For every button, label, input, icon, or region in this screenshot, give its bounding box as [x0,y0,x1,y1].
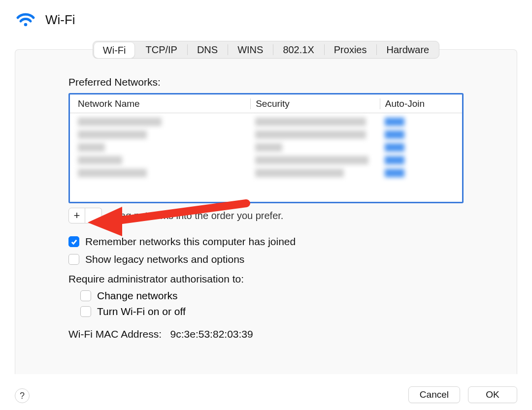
wifi-icon [15,9,36,31]
table-body [70,113,462,179]
settings-panel: Wi-FiTCP/IPDNSWINS802.1XProxiesHardware … [15,49,517,374]
add-network-button[interactable]: + [68,208,85,223]
ok-button-label: OK [486,389,499,400]
remember-networks-label: Remember networks this computer has join… [85,236,296,248]
plus-icon: + [74,210,80,221]
table-row[interactable] [70,166,462,179]
remove-network-button[interactable]: − [85,208,102,223]
column-network-name[interactable]: Network Name [70,98,250,109]
tab-tcp-ip[interactable]: TCP/IP [135,41,187,58]
change-networks-checkbox[interactable] [80,290,91,301]
tab-wins[interactable]: WINS [228,41,273,58]
cancel-button-label: Cancel [420,389,449,400]
remember-networks-checkbox[interactable] [68,236,79,247]
help-button[interactable]: ? [15,388,30,403]
cancel-button[interactable]: Cancel [408,386,460,403]
mac-address-value: 9c:3e:53:82:03:39 [170,328,253,340]
svg-point-0 [24,23,28,27]
title-bar: Wi-Fi [0,0,532,37]
mac-address-row: Wi-Fi MAC Address: 9c:3e:53:82:03:39 [68,328,464,340]
help-icon: ? [20,391,25,401]
tab-dns[interactable]: DNS [187,41,228,58]
toggle-wifi-checkbox[interactable] [80,306,91,317]
tab-wi-fi[interactable]: Wi-Fi [94,42,135,58]
change-networks-label: Change networks [97,290,177,302]
tab-proxies[interactable]: Proxies [324,41,377,58]
table-header: Network Name Security Auto-Join [70,95,462,113]
tab-hardware[interactable]: Hardware [376,41,439,58]
table-row[interactable] [70,128,462,141]
table-row[interactable] [70,115,462,128]
tab-802-1x[interactable]: 802.1X [273,41,324,58]
preferred-networks-label: Preferred Networks: [68,76,464,88]
table-row[interactable] [70,141,462,154]
wifi-settings-window: Wi-Fi Wi-FiTCP/IPDNSWINS802.1XProxiesHar… [0,0,532,410]
preferred-networks-table[interactable]: Network Name Security Auto-Join [68,93,464,203]
page-title: Wi-Fi [45,12,75,28]
mac-address-label: Wi-Fi MAC Address: [68,328,162,340]
tab-bar: Wi-FiTCP/IPDNSWINS802.1XProxiesHardware [93,41,439,59]
column-security[interactable]: Security [250,98,380,109]
column-auto-join[interactable]: Auto-Join [380,98,462,109]
table-row[interactable] [70,154,462,166]
ok-button[interactable]: OK [468,386,517,403]
show-legacy-checkbox[interactable] [68,254,79,265]
show-legacy-label: Show legacy networks and options [85,253,244,265]
require-admin-label: Require administrator authorisation to: [68,273,464,285]
drag-hint: Drag networks into the order you prefer. [110,210,283,221]
toggle-wifi-label: Turn Wi-Fi on or off [97,306,186,317]
